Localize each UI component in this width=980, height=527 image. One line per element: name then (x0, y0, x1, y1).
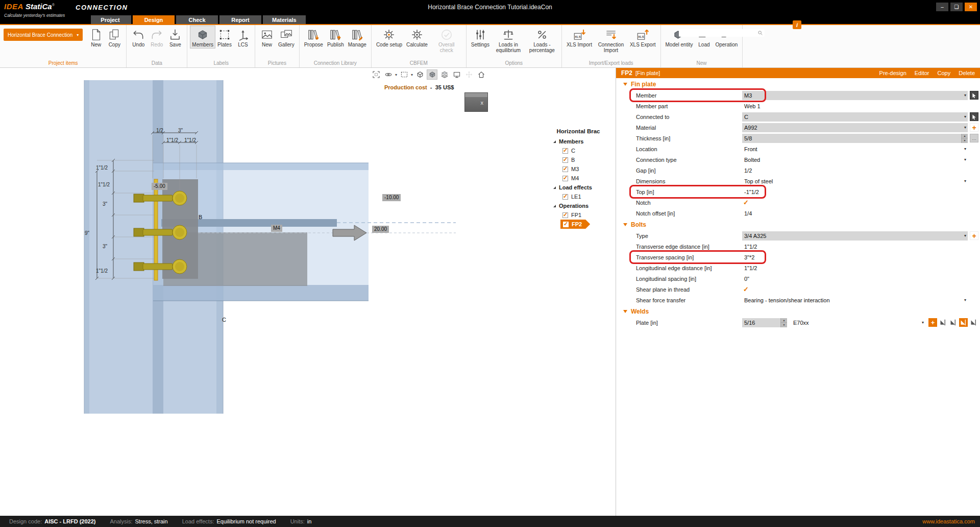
ribbon-button-xls-export[interactable]: XLSXLS Export (628, 26, 658, 49)
fillet-weld-icon[interactable] (939, 318, 947, 327)
minimize-button[interactable]: – (936, 3, 948, 11)
checkbox-c[interactable] (562, 148, 568, 154)
panel-action-copy[interactable]: Copy (938, 70, 951, 76)
dropdown-connected-to[interactable]: C▾ (742, 112, 968, 122)
tree-item-b[interactable]: B (542, 155, 615, 164)
input-transverse-spacing-in[interactable]: 3"*2 (742, 253, 968, 262)
checkbox-b[interactable] (562, 157, 568, 163)
tab-report[interactable]: Report (219, 15, 261, 24)
ribbon-button-manage[interactable]: Manage (346, 26, 369, 49)
tree-item-m4[interactable]: M4 (542, 174, 615, 183)
stepper-up-icon[interactable]: ▲ (961, 134, 968, 138)
tree-item-fp1[interactable]: FP1 (542, 210, 615, 220)
value-stepper[interactable]: ▲▼ (961, 134, 968, 143)
tree-group-operations[interactable]: Operations (542, 201, 615, 210)
tree-item-le1[interactable]: LE1 (542, 192, 615, 201)
dropdown-location[interactable]: Front▾ (742, 145, 968, 154)
dropdown-shear-force-transfer[interactable]: Bearing - tension/shear interaction▾ (742, 296, 968, 305)
input-longitudinal-edge-distance-in[interactable]: 1"1/2 (742, 264, 968, 273)
ribbon-button-members[interactable]: Members (190, 26, 215, 49)
tree-item-fp2[interactable]: FP2 (542, 220, 615, 229)
maximize-button[interactable]: ❏ (950, 3, 963, 11)
checkbox-fp1[interactable] (562, 212, 568, 218)
tree-expander-icon[interactable] (553, 205, 556, 207)
value-stepper[interactable]: ▲▼ (780, 318, 787, 327)
tree-expander-icon[interactable] (553, 140, 556, 143)
dropdown-member[interactable]: M3▾ (742, 91, 968, 100)
ribbon-button-connection-import[interactable]: Connection Import (594, 26, 628, 54)
ribbon-button-lcs[interactable]: LCS (234, 26, 252, 49)
input-transverse-edge-distance-in[interactable]: 1"1/2 (742, 242, 968, 251)
dropdown-type[interactable]: 3/4 A325▾ (742, 231, 968, 241)
panel-action-delete[interactable]: Delete (959, 70, 975, 76)
checkbox-m3[interactable] (562, 166, 568, 172)
weld-electrode-dropdown[interactable]: E70xx▾ (791, 318, 925, 327)
layers-button[interactable] (439, 69, 450, 80)
checkbox-checked-icon[interactable]: ✓ (742, 199, 749, 206)
stepper-up-icon[interactable]: ▲ (780, 318, 787, 323)
add-new-item-button[interactable]: + (970, 123, 978, 132)
select-marquee-button[interactable] (399, 69, 409, 80)
input-longitudinal-spacing-in[interactable]: 0" (742, 274, 968, 283)
ribbon-button-calculate[interactable]: Calculate (404, 26, 430, 49)
tree-item-selected-banner[interactable]: FP2 (560, 220, 590, 229)
stepper-down-icon[interactable]: ▼ (961, 138, 968, 143)
tree-item-c[interactable]: C (542, 146, 615, 155)
tab-materials[interactable]: Materials (263, 15, 306, 24)
info-button[interactable]: i (793, 20, 801, 29)
website-link[interactable]: www.ideastatica.com (922, 518, 975, 524)
ribbon-button-code-setup[interactable]: Code setup (374, 26, 404, 49)
section-header-welds[interactable]: Welds (616, 305, 980, 317)
orbit-button[interactable] (383, 69, 394, 80)
fillet-weld-front-icon[interactable] (959, 318, 968, 327)
input-notch-offset-in[interactable]: 1/4 (742, 209, 968, 218)
section-header-bolts[interactable]: Bolts (616, 219, 980, 230)
more-options-button[interactable]: … (970, 134, 978, 142)
panel-action-pre-design[interactable]: Pre-design (879, 70, 906, 76)
section-header-fin-plate[interactable]: Fin plate (616, 78, 980, 90)
solid-cube-button[interactable] (427, 69, 437, 80)
wireframe-cube-button[interactable] (414, 69, 425, 80)
project-item-selector[interactable]: Horizontal Brace Connection▾ (4, 29, 83, 41)
tree-item-m3[interactable]: M3 (542, 164, 615, 174)
ribbon-button-new[interactable]: New (258, 26, 276, 49)
ribbon-button-save[interactable]: Save (166, 26, 184, 49)
ribbon-button-undo[interactable]: Undo (129, 26, 148, 49)
connection-model-drawing[interactable] (0, 68, 616, 516)
close-button[interactable]: ✕ (965, 3, 977, 11)
add-weld-material-button[interactable]: + (928, 318, 937, 327)
tree-expander-icon[interactable] (553, 186, 556, 189)
ribbon-button-plates[interactable]: Plates (215, 26, 234, 49)
ribbon-button-loads-percentage[interactable]: Loads - percentage (525, 26, 559, 54)
dropdown-dimensions[interactable]: Top of steel▾ (742, 177, 968, 186)
tree-group-members[interactable]: Members (542, 137, 615, 146)
butt-weld-icon[interactable] (969, 318, 978, 327)
ribbon-button-loads-in-equilibrium[interactable]: Loads in equilibrium (492, 26, 525, 54)
ribbon-button-settings[interactable]: Settings (469, 26, 492, 49)
checkbox-checked-icon[interactable]: ✓ (742, 285, 749, 293)
double-fillet-weld-icon[interactable] (949, 318, 958, 327)
checkbox-le1[interactable] (562, 194, 568, 200)
tab-check[interactable]: Check (176, 15, 218, 24)
screenshot-button[interactable] (451, 69, 462, 80)
input-gap-in[interactable]: 1/2 (742, 166, 968, 175)
pick-in-scene-button[interactable] (970, 91, 978, 100)
search-input[interactable] (679, 30, 757, 36)
tab-project[interactable]: Project (89, 15, 131, 24)
weld-thickness-input[interactable]: 5/16▲▼ (742, 318, 787, 327)
dropdown-material[interactable]: A992▾ (742, 123, 968, 132)
pick-in-scene-button[interactable] (970, 112, 978, 121)
ribbon-button-copy[interactable]: Copy (105, 26, 124, 49)
chevron-down-icon[interactable]: ▾ (395, 73, 397, 77)
add-new-item-button[interactable]: + (970, 231, 978, 240)
ribbon-button-publish[interactable]: Publish (325, 26, 346, 49)
ribbon-button-xls-import[interactable]: XLSXLS Import (565, 26, 594, 49)
checkbox-fp2[interactable] (563, 222, 569, 227)
stepper-down-icon[interactable]: ▼ (780, 322, 787, 327)
tree-group-load-effects[interactable]: Load effects (542, 183, 615, 192)
input-top-in[interactable]: -1"1/2 (742, 187, 968, 197)
ribbon-button-propose[interactable]: Propose (302, 26, 325, 49)
viewport-3d[interactable]: ▾▾ Production cost - 35 US$ x 1/23"1"1/2… (0, 68, 616, 516)
fit-view-button[interactable] (371, 69, 381, 80)
dropdown-connection-type[interactable]: Bolted▾ (742, 155, 968, 164)
